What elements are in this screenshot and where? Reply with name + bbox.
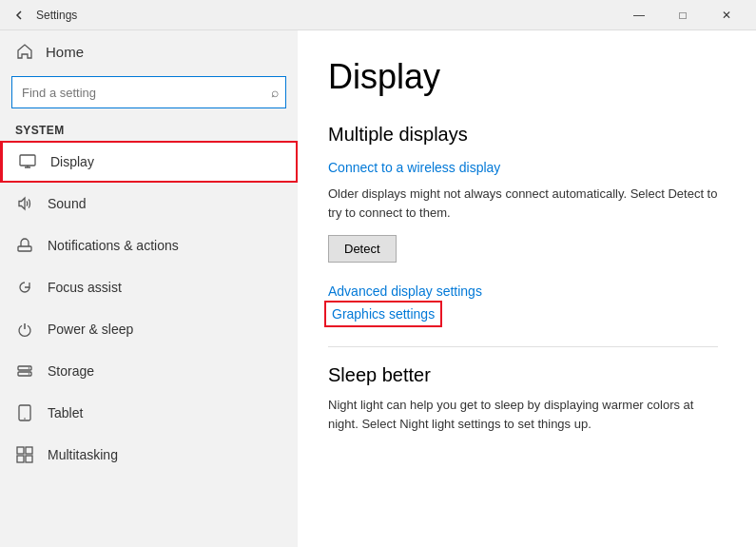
svg-rect-11 <box>26 456 32 462</box>
sleep-description: Night light can help you get to sleep by… <box>328 396 718 433</box>
wireless-display-link[interactable]: Connect to a wireless display <box>328 160 500 175</box>
sidebar-item-multitasking-label: Multitasking <box>48 447 118 462</box>
window-title: Settings <box>36 9 617 22</box>
multitasking-icon <box>15 445 34 464</box>
tablet-icon <box>15 403 34 422</box>
minimize-button[interactable]: — <box>617 0 661 30</box>
svg-point-4 <box>29 367 30 369</box>
sidebar-item-focus[interactable]: Focus assist <box>0 266 298 308</box>
sleep-better-title: Sleep better <box>328 364 718 386</box>
sidebar: Home ⌕ System Display <box>0 30 298 547</box>
storage-icon <box>15 361 34 381</box>
sidebar-item-notifications-label: Notifications & actions <box>48 238 179 253</box>
sidebar-item-display-label: Display <box>50 154 94 169</box>
display-icon <box>18 152 37 171</box>
multiple-displays-title: Multiple displays <box>328 124 718 146</box>
sidebar-item-sound[interactable]: Sound <box>0 183 298 225</box>
maximize-button[interactable]: □ <box>661 0 705 30</box>
close-button[interactable]: ✕ <box>705 0 748 30</box>
title-bar: Settings — □ ✕ <box>0 0 756 30</box>
app-body: Home ⌕ System Display <box>0 30 756 547</box>
back-button[interactable] <box>8 4 30 27</box>
sidebar-item-power[interactable]: Power & sleep <box>0 308 298 350</box>
svg-rect-0 <box>20 155 35 166</box>
svg-rect-8 <box>17 447 24 454</box>
graphics-settings-link[interactable]: Graphics settings <box>328 304 438 323</box>
sidebar-item-display[interactable]: Display <box>0 141 298 183</box>
advanced-display-link[interactable]: Advanced display settings <box>328 283 718 299</box>
svg-rect-10 <box>17 456 24 462</box>
svg-point-5 <box>29 373 30 375</box>
sidebar-item-focus-label: Focus assist <box>48 280 122 295</box>
svg-point-7 <box>24 418 26 420</box>
sidebar-item-tablet[interactable]: Tablet <box>0 392 298 434</box>
home-label: Home <box>46 44 84 60</box>
notifications-icon <box>15 236 34 255</box>
sidebar-item-home[interactable]: Home <box>0 30 298 72</box>
sidebar-item-storage-label: Storage <box>48 363 94 379</box>
svg-rect-1 <box>18 246 31 251</box>
sidebar-section-title: System <box>0 116 298 141</box>
home-icon <box>15 42 34 61</box>
displays-description: Older displays might not always connect … <box>328 185 718 222</box>
section-divider <box>328 346 718 347</box>
window-controls: — □ ✕ <box>617 0 748 30</box>
main-panel: Display Multiple displays Connect to a w… <box>298 30 756 547</box>
focus-icon <box>15 278 34 297</box>
search-icon: ⌕ <box>271 85 279 100</box>
sidebar-item-notifications[interactable]: Notifications & actions <box>0 225 298 266</box>
detect-button[interactable]: Detect <box>328 235 397 263</box>
search-input[interactable] <box>11 76 286 108</box>
sidebar-item-multitasking[interactable]: Multitasking <box>0 434 298 476</box>
search-box: ⌕ <box>11 76 286 108</box>
page-title: Display <box>328 57 718 97</box>
sidebar-item-storage[interactable]: Storage <box>0 350 298 392</box>
svg-rect-9 <box>26 447 32 454</box>
sidebar-item-sound-label: Sound <box>48 196 86 211</box>
sound-icon <box>15 194 34 213</box>
power-icon <box>15 320 34 339</box>
sidebar-item-power-label: Power & sleep <box>48 322 133 337</box>
sidebar-item-tablet-label: Tablet <box>48 405 83 420</box>
